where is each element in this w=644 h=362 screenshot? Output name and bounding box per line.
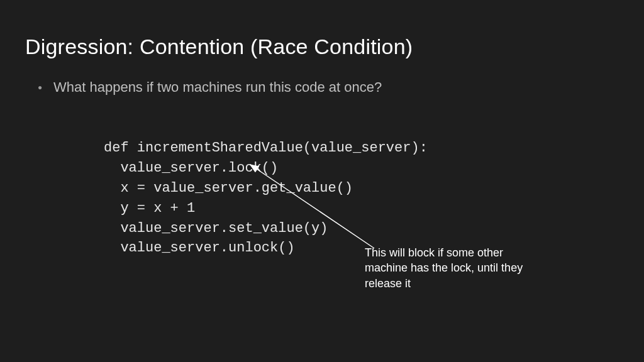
code-line: def incrementSharedValue(value_server): bbox=[104, 140, 428, 156]
bullet-list: What happens if two machines run this co… bbox=[25, 78, 619, 97]
code-block: def incrementSharedValue(value_server): … bbox=[104, 138, 428, 258]
slide: Digression: Contention (Race Condition) … bbox=[0, 0, 644, 362]
code-line: value_server.unlock() bbox=[104, 240, 295, 256]
code-line: value_server.lock() bbox=[104, 160, 278, 176]
code-line: value_server.set_value(y) bbox=[104, 221, 328, 236]
code-line: x = value_server.get_value() bbox=[104, 180, 353, 196]
slide-title: Digression: Contention (Race Condition) bbox=[25, 35, 619, 59]
annotation-text: This will block if some other machine ha… bbox=[365, 245, 525, 291]
code-line: y = x + 1 bbox=[104, 200, 195, 216]
bullet-item: What happens if two machines run this co… bbox=[38, 78, 619, 97]
